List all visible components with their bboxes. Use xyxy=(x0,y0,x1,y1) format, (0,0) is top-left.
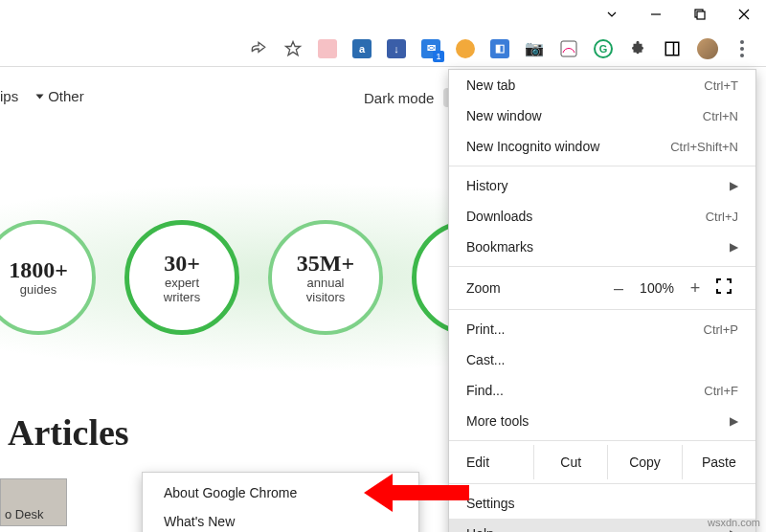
chevron-right-icon: ▶ xyxy=(730,414,738,428)
extension-amazon-icon[interactable]: a xyxy=(352,39,372,58)
bookmark-tips[interactable]: ips xyxy=(0,88,18,104)
maximize-button[interactable] xyxy=(678,0,722,29)
zoom-in-button[interactable]: + xyxy=(681,278,710,299)
menu-history[interactable]: History▶ xyxy=(449,170,755,201)
menu-new-window[interactable]: New windowCtrl+N xyxy=(449,100,755,131)
extension-camera-icon[interactable]: 📷 xyxy=(525,39,544,58)
separator xyxy=(449,309,755,310)
svg-marker-5 xyxy=(364,474,469,512)
stat-circle: 30+expert writers xyxy=(124,220,239,335)
zoom-value: 100% xyxy=(633,280,681,296)
share-icon[interactable] xyxy=(249,39,268,58)
menu-new-tab[interactable]: New tabCtrl+T xyxy=(449,70,755,100)
edit-copy-button[interactable]: Copy xyxy=(607,445,681,479)
triangle-icon xyxy=(36,94,44,99)
extension-grammarly-icon[interactable]: G xyxy=(594,39,613,58)
articles-heading: Articles xyxy=(8,411,129,454)
watermark: wsxdn.com xyxy=(708,517,760,528)
extension-blue-icon[interactable]: ◧ xyxy=(490,39,509,58)
extension-pink-icon[interactable] xyxy=(318,39,337,58)
menu-bookmarks[interactable]: Bookmarks▶ xyxy=(449,232,755,262)
svg-rect-1 xyxy=(697,11,705,19)
stat-circle: 1800+guides xyxy=(0,220,96,335)
separator xyxy=(449,483,755,484)
separator xyxy=(449,440,755,441)
menu-more-tools[interactable]: More tools▶ xyxy=(449,406,755,436)
menu-zoom: Zoom – 100% + xyxy=(449,271,755,305)
zoom-out-button[interactable]: – xyxy=(604,278,633,299)
extension-download-icon[interactable]: ↓ xyxy=(387,39,406,58)
bookmarks-bar: ips Other xyxy=(0,88,84,104)
extensions-puzzle-icon[interactable] xyxy=(628,39,647,58)
extension-orange-icon[interactable] xyxy=(456,39,475,58)
dark-mode-toggle[interactable]: Dark mode xyxy=(364,88,451,107)
chevron-down-icon[interactable] xyxy=(590,0,634,29)
red-arrow-annotation xyxy=(364,469,469,517)
menu-new-incognito[interactable]: New Incognito windowCtrl+Shift+N xyxy=(449,131,755,162)
chrome-menu: New tabCtrl+T New windowCtrl+N New Incog… xyxy=(448,69,756,532)
chevron-right-icon: ▶ xyxy=(730,179,738,192)
badge-count: 1 xyxy=(433,51,444,62)
side-panel-icon[interactable] xyxy=(663,39,682,58)
separator xyxy=(449,166,755,166)
browser-toolbar: a ↓ ✉ 1 ◧ 📷 G xyxy=(0,31,766,67)
svg-rect-3 xyxy=(665,42,679,55)
profile-avatar[interactable] xyxy=(697,38,718,59)
bookmark-star-icon[interactable] xyxy=(283,39,303,58)
menu-downloads[interactable]: DownloadsCtrl+J xyxy=(449,201,755,232)
stat-circle: 35M+annual visitors xyxy=(268,220,383,335)
fullscreen-icon[interactable] xyxy=(710,278,738,299)
close-button[interactable] xyxy=(722,0,766,29)
bookmark-other[interactable]: Other xyxy=(37,88,84,104)
menu-edit-row: Edit Cut Copy Paste xyxy=(449,445,755,479)
menu-print[interactable]: Print...Ctrl+P xyxy=(449,314,755,344)
extension-mail-icon[interactable]: ✉ 1 xyxy=(421,39,440,58)
article-thumb[interactable]: o Desk xyxy=(0,478,67,526)
menu-settings[interactable]: Settings xyxy=(449,488,755,519)
minimize-button[interactable] xyxy=(634,0,678,29)
kebab-menu-icon[interactable] xyxy=(733,40,751,57)
edit-cut-button[interactable]: Cut xyxy=(533,445,607,479)
separator xyxy=(449,266,755,267)
menu-cast[interactable]: Cast... xyxy=(449,344,755,375)
edit-paste-button[interactable]: Paste xyxy=(682,445,755,479)
window-controls xyxy=(590,0,766,29)
chevron-right-icon: ▶ xyxy=(730,240,738,254)
menu-find[interactable]: Find...Ctrl+F xyxy=(449,375,755,406)
extension-rainbow-icon[interactable] xyxy=(559,39,578,58)
